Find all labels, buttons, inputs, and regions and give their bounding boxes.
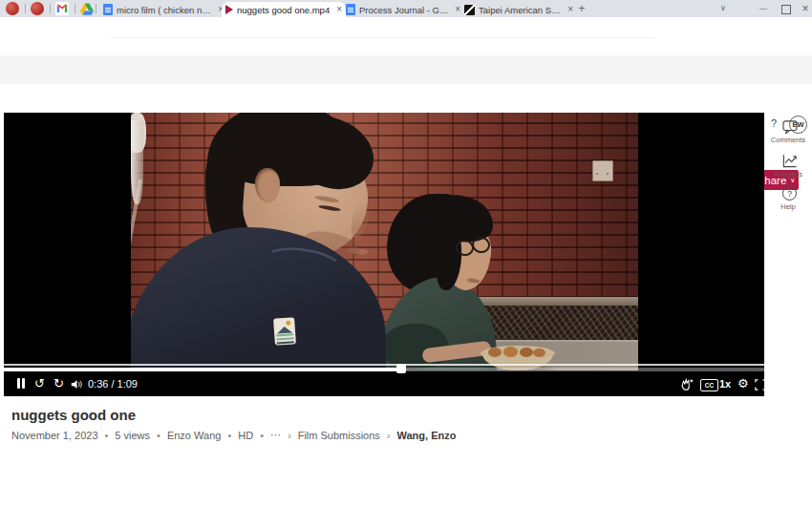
- video-date: November 1, 2023: [11, 430, 98, 441]
- playback-speed-button[interactable]: 1x: [719, 378, 731, 390]
- skip-back-icon[interactable]: ↺: [34, 376, 45, 391]
- bullet-separator: •: [157, 430, 160, 441]
- tab-title: nuggets good one.mp4: [237, 5, 332, 15]
- browser-tab-strip: micro film ( chicken nugget _ Fi... × nu…: [0, 0, 812, 17]
- help-circle-icon[interactable]: ?: [782, 186, 797, 201]
- google-docs-icon: [346, 4, 355, 15]
- video-player[interactable]: ↺ ↻ 0:36 / 1:09 CC 1x ⚙: [4, 113, 764, 396]
- rail-analytics-label[interactable]: Analytics: [764, 170, 812, 179]
- bullet-separator: •: [260, 430, 264, 441]
- actor-left-ear: [255, 168, 280, 202]
- pause-icon[interactable]: [17, 378, 20, 389]
- video-views: 5 views: [115, 430, 150, 441]
- google-docs-icon: [103, 4, 113, 15]
- tab-title: Process Journal - Google Docs: [359, 5, 451, 15]
- window-close-button[interactable]: ×: [797, 1, 812, 16]
- actor-left-shirt-logo: [273, 317, 296, 345]
- pinned-tab-red-app-icon[interactable]: [31, 2, 44, 15]
- tab-separator: [25, 4, 26, 13]
- seek-progress: [4, 368, 401, 371]
- chevron-right-icon: ›: [288, 430, 291, 441]
- tab-title: micro film ( chicken nugget _ Fi...: [117, 5, 214, 15]
- video-metadata: November 1, 2023 • 5 views • Enzo Wang •…: [11, 429, 456, 441]
- tab-separator: [50, 4, 51, 13]
- tab-title: Taipei American School - Art De: [479, 5, 564, 15]
- pinned-tab-red-app-icon[interactable]: [6, 2, 19, 15]
- tab-search-chevron-icon[interactable]: ∨: [715, 1, 732, 16]
- video-author[interactable]: Enzo Wang: [167, 430, 221, 441]
- volume-icon[interactable]: [71, 379, 83, 390]
- pinned-tab-drive-icon[interactable]: [80, 2, 94, 15]
- tab-separator: [96, 4, 96, 13]
- comments-icon[interactable]: [782, 120, 798, 134]
- video-title: nuggets good one: [11, 407, 136, 423]
- skip-forward-icon[interactable]: ↻: [53, 376, 64, 391]
- stream-play-icon: [225, 5, 233, 14]
- screen: micro film ( chicken nugget _ Fi... × nu…: [0, 0, 812, 507]
- browser-tab-active[interactable]: nuggets good one.mp4 ×: [222, 2, 346, 17]
- new-tab-button[interactable]: +: [573, 1, 590, 16]
- scene-outlet-plate: [592, 160, 613, 181]
- tab-separator: [75, 4, 75, 13]
- seek-handle[interactable]: [396, 364, 406, 373]
- stream-header: Stream nuggets good one - View-only ∨ ⚙ …: [0, 55, 812, 84]
- analytics-icon[interactable]: [782, 154, 798, 168]
- video-frame: [131, 113, 638, 370]
- browser-toolbar: ← → ↻ ⌂ taipeiamericanschool-my.sharepoi…: [0, 17, 812, 38]
- browser-tab[interactable]: Taipei American School - Art De ×: [460, 2, 577, 17]
- pinned-tab-gmail-icon[interactable]: [55, 2, 69, 15]
- breadcrumb-wang-enzo[interactable]: Wang, Enzo: [397, 430, 457, 441]
- gmail-icon: [55, 2, 69, 15]
- video-quality-badge: HD: [238, 430, 253, 441]
- chevron-right-icon: ›: [387, 430, 391, 441]
- bullet-separator: •: [227, 430, 231, 441]
- fullscreen-icon[interactable]: [755, 379, 766, 391]
- school-logo-icon: [464, 5, 475, 15]
- command-bar: + Record ∨ ☆ Favorite + Add to playlist …: [0, 84, 812, 109]
- google-drive-icon: [80, 3, 94, 15]
- time-display: 0:36 / 1:09: [88, 378, 138, 390]
- breadcrumb-more-icon[interactable]: ⋯: [270, 429, 281, 441]
- seek-buffer-bar: [4, 364, 764, 366]
- closed-captions-icon[interactable]: CC: [700, 379, 718, 391]
- breadcrumb-film-submissions[interactable]: Film Submissions: [298, 430, 380, 441]
- window-minimize-button[interactable]: —: [755, 1, 772, 16]
- player-settings-gear-icon[interactable]: ⚙: [737, 376, 749, 391]
- help-icon[interactable]: ?: [771, 117, 777, 129]
- browser-tab[interactable]: micro film ( chicken nugget _ Fi... ×: [99, 2, 227, 17]
- rail-comments-label[interactable]: Comments: [764, 136, 812, 144]
- rail-help-label[interactable]: Help: [764, 202, 812, 211]
- video-effects-icon[interactable]: [680, 377, 694, 391]
- window-maximize-button[interactable]: [781, 5, 791, 14]
- pause-icon[interactable]: [22, 378, 25, 389]
- bookmarks-bar: Discord: [0, 38, 812, 56]
- browser-tab[interactable]: Process Journal - Google Docs ×: [342, 2, 464, 17]
- bullet-separator: •: [105, 430, 109, 441]
